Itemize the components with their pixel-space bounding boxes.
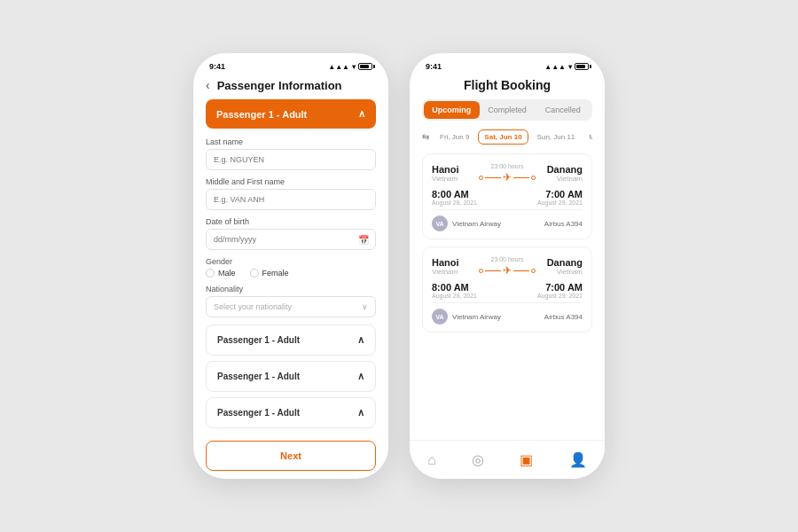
arrive-time-2: 7:00 AM xyxy=(537,282,583,293)
arrive-block-2: 7:00 AM August 29, 2021 xyxy=(537,282,583,299)
back-button[interactable]: ‹ xyxy=(206,78,210,92)
chevron-up-icon-4: ∧ xyxy=(357,407,364,419)
nationality-label: Nationality xyxy=(206,285,376,293)
nationality-select[interactable]: Select your nationality ∨ xyxy=(206,296,376,317)
tab-upcoming[interactable]: Upcoming xyxy=(424,101,480,119)
page-title-right: Flight Booking xyxy=(422,78,592,92)
date-sun[interactable]: Sun, Jun 11 xyxy=(532,130,581,144)
line-bar-1 xyxy=(485,177,501,178)
active-passenger-tab[interactable]: Passenger 1 - Adult ∧ xyxy=(206,99,376,129)
first-name-input[interactable] xyxy=(206,189,376,210)
active-passenger-label: Passenger 1 - Adult xyxy=(216,109,307,120)
chevron-down-icon: ∨ xyxy=(362,302,368,311)
flight-footer-2: VA Vietnam Airway Airbus A394 xyxy=(432,302,583,325)
nationality-section: Nationality Select your nationality ∨ xyxy=(206,285,376,317)
swap-icon: ⇆ xyxy=(422,132,429,142)
aircraft-1: Airbus A394 xyxy=(544,220,583,228)
plane-icon-1: ✈ xyxy=(503,171,512,184)
accordion-label-3: Passenger 1 - Adult xyxy=(217,372,300,381)
home-nav-icon[interactable]: ⌂ xyxy=(427,452,436,468)
origin-block-2: Hanoi Vietnam xyxy=(432,257,479,276)
battery-icon-right xyxy=(575,63,589,70)
passenger-form-content: Passenger 1 - Adult ∧ Last name Middle a… xyxy=(193,99,388,471)
status-bar-left: 9:41 ▲▲▲ ▾ xyxy=(193,53,388,74)
booking-tabs: Upcoming Completed Cancelled xyxy=(422,99,592,121)
last-name-input[interactable] xyxy=(206,149,376,170)
dest-country-2: Vietnam xyxy=(536,268,583,276)
gender-male-option[interactable]: Male xyxy=(206,269,236,278)
gender-female-option[interactable]: Female xyxy=(250,269,289,278)
arrive-date-1: August 29, 2021 xyxy=(537,200,583,206)
wifi-icon: ▾ xyxy=(352,63,356,71)
arrive-date-2: August 29, 2021 xyxy=(537,293,583,299)
wifi-icon-right: ▾ xyxy=(568,63,572,71)
origin-city-2: Hanoi xyxy=(432,257,479,268)
flight-middle-2: 23:00 hours ✈ xyxy=(479,256,536,277)
dest-city-1: Danang xyxy=(536,164,583,175)
date-scroll-bar: ⇆ Fri, Jun 9 Sat, Jun 10 Sun, Jun 11 Mon… xyxy=(422,129,592,145)
dob-section: Date of birth 📅 xyxy=(206,217,376,250)
line-bar-2b xyxy=(513,270,529,271)
status-time-left: 9:41 xyxy=(209,62,225,71)
dest-country-1: Vietnam xyxy=(536,175,583,183)
origin-country-1: Vietnam xyxy=(432,175,479,183)
search-nav-icon[interactable]: ◎ xyxy=(472,451,484,468)
flight-card-1[interactable]: Hanoi Vietnam 23:00 hours ✈ Danang Vietn… xyxy=(422,153,592,239)
last-name-section: Last name xyxy=(206,137,376,170)
page-header-left: ‹ Passenger Information xyxy=(193,74,388,99)
page-header-right: Flight Booking xyxy=(410,74,605,99)
origin-block-1: Hanoi Vietnam xyxy=(432,164,479,183)
tab-cancelled[interactable]: Cancelled xyxy=(535,101,591,119)
accordion-passenger-2[interactable]: Passenger 1 - Adult ∧ xyxy=(206,325,376,356)
left-phone: 9:41 ▲▲▲ ▾ ‹ Passenger Information Passe… xyxy=(193,53,388,479)
gender-options: Male Female xyxy=(206,269,376,278)
flight-times-1: 8:00 AM August 28, 2021 7:00 AM August 2… xyxy=(432,189,583,206)
depart-date-1: August 28, 2021 xyxy=(432,200,477,206)
aircraft-2: Airbus A394 xyxy=(544,313,583,321)
gender-section: Gender Male Female xyxy=(206,257,376,278)
profile-nav-icon[interactable]: 👤 xyxy=(569,451,587,468)
date-fri[interactable]: Fri, Jun 9 xyxy=(434,130,474,144)
gender-male-label: Male xyxy=(218,269,236,278)
airline-info-1: VA Vietnam Airway xyxy=(432,215,501,231)
next-button[interactable]: Next xyxy=(206,441,376,471)
gender-label: Gender xyxy=(206,257,376,266)
airline-name-2: Vietnam Airway xyxy=(452,313,501,321)
dest-block-1: Danang Vietnam xyxy=(536,164,583,183)
accordion-label-2: Passenger 1 - Adult xyxy=(217,335,300,345)
page-title-left: Passenger Information xyxy=(217,79,342,92)
flight-times-2: 8:00 AM August 28, 2021 7:00 AM August 2… xyxy=(432,282,583,299)
first-name-section: Middle and First name xyxy=(206,177,376,210)
tab-completed[interactable]: Completed xyxy=(480,101,536,119)
last-name-label: Last name xyxy=(206,137,376,146)
accordion-passenger-3[interactable]: Passenger 1 - Adult ∧ xyxy=(206,361,376,392)
first-name-label: Middle and First name xyxy=(206,177,376,186)
dob-input[interactable] xyxy=(206,229,376,250)
flight-card-2[interactable]: Hanoi Vietnam 23:00 hours ✈ Danang Vietn… xyxy=(422,246,592,332)
origin-dot-1 xyxy=(479,176,483,180)
flight-line-1: ✈ xyxy=(479,171,536,184)
accordion-label-4: Passenger 1 - Adult xyxy=(217,408,300,418)
chevron-up-icon-3: ∧ xyxy=(357,371,364,382)
nationality-placeholder: Select your nationality xyxy=(214,302,292,311)
depart-time-1: 8:00 AM xyxy=(432,189,477,200)
airline-name-1: Vietnam Airway xyxy=(452,220,501,228)
line-bar-2 xyxy=(485,270,501,271)
right-phone: 9:41 ▲▲▲ ▾ Flight Booking Upcoming Compl… xyxy=(410,53,605,479)
status-icons-left: ▲▲▲ ▾ xyxy=(328,63,372,71)
radio-female xyxy=(250,269,259,278)
airline-info-2: VA Vietnam Airway xyxy=(432,309,501,325)
date-sat[interactable]: Sat, Jun 10 xyxy=(478,129,528,145)
origin-country-2: Vietnam xyxy=(432,268,479,276)
ticket-nav-icon[interactable]: ▣ xyxy=(520,451,533,468)
origin-dot-2 xyxy=(479,269,483,273)
date-mon[interactable]: Mon, Jun 12 xyxy=(583,130,592,144)
airline-logo-2: VA xyxy=(432,309,448,325)
status-icons-right: ▲▲▲ ▾ xyxy=(544,63,589,71)
depart-block-1: 8:00 AM August 28, 2021 xyxy=(432,189,477,206)
accordion-passenger-4[interactable]: Passenger 1 - Adult ∧ xyxy=(206,397,376,428)
depart-time-2: 8:00 AM xyxy=(432,282,477,293)
airline-logo-1: VA xyxy=(432,215,448,231)
signal-icon: ▲▲▲ xyxy=(328,63,349,71)
flight-route-2: Hanoi Vietnam 23:00 hours ✈ Danang Vietn… xyxy=(432,256,583,277)
